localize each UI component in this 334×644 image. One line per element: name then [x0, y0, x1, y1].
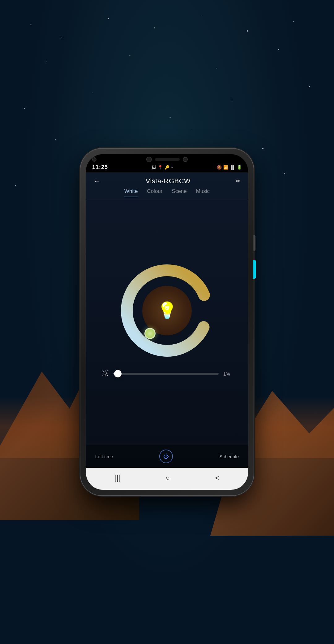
svg-point-7: [46, 62, 47, 62]
back-button[interactable]: ←: [94, 177, 101, 185]
location-icon: 📍: [158, 165, 163, 170]
tab-colour[interactable]: Colour: [147, 188, 162, 197]
bottom-bar: Left time ⏻ Schedule: [86, 445, 248, 468]
dot-icon: •: [171, 165, 173, 170]
svg-point-18: [191, 130, 192, 130]
wheel-area: 💡: [86, 200, 248, 445]
tab-scene-label: Scene: [172, 188, 186, 194]
brightness-slider-thumb[interactable]: [114, 370, 122, 377]
svg-point-4: [201, 15, 201, 16]
color-ring-container[interactable]: 💡: [118, 261, 216, 360]
svg-line-31: [107, 375, 108, 375]
svg-line-32: [107, 371, 108, 371]
svg-point-3: [154, 28, 155, 28]
app-content: ← Vista-RGBCW ✏ White Colour: [86, 172, 248, 490]
wifi-icon: 📶: [223, 165, 228, 170]
left-time-button[interactable]: Left time: [95, 454, 113, 459]
svg-point-12: [92, 93, 93, 93]
edit-button[interactable]: ✏: [236, 178, 240, 185]
svg-point-2: [108, 18, 109, 19]
svg-point-13: [170, 117, 171, 118]
svg-point-5: [247, 30, 248, 32]
tab-white[interactable]: White: [124, 188, 138, 197]
nav-back-icon: <: [215, 474, 219, 482]
tab-music-label: Music: [196, 188, 210, 194]
tab-music[interactable]: Music: [196, 188, 210, 197]
status-time: 11:25: [92, 164, 108, 171]
power-button[interactable]: ⏻: [159, 450, 173, 463]
schedule-label: Schedule: [219, 454, 239, 459]
status-left-icons: 🖼 📍 🔑 •: [152, 165, 173, 170]
svg-point-9: [216, 68, 217, 68]
nav-recent-button[interactable]: |||: [109, 472, 126, 484]
tab-scene[interactable]: Scene: [172, 188, 186, 197]
front-camera-left: [92, 157, 96, 162]
nav-recent-icon: |||: [115, 474, 120, 482]
brightness-row: 1%: [92, 369, 242, 378]
svg-point-6: [293, 21, 294, 22]
side-button: [253, 235, 255, 251]
nav-bar: ||| ○ <: [86, 468, 248, 490]
tab-colour-label: Colour: [147, 188, 162, 194]
power-icon: ⏻: [163, 453, 169, 460]
sun-icon: [101, 369, 109, 377]
ring-handle[interactable]: [144, 328, 156, 339]
notch-bar: [86, 154, 248, 163]
svg-point-24: [284, 173, 285, 174]
brightness-icon: [101, 369, 109, 378]
svg-point-11: [24, 108, 25, 109]
bulb-icon: 💡: [157, 301, 177, 320]
battery-icon: 🔋: [237, 165, 242, 170]
front-camera-main: [146, 157, 152, 162]
signal-icon: ▐▌: [230, 165, 235, 170]
nav-home-button[interactable]: ○: [159, 472, 176, 484]
svg-point-0: [31, 24, 32, 25]
nav-home-icon: ○: [165, 474, 169, 482]
brightness-slider-track[interactable]: [113, 373, 219, 375]
phone-frame: 11:25 🖼 📍 🔑 • 🔕 📶 ▐▌ 🔋: [80, 149, 254, 495]
tabs-container: White Colour Scene Music: [86, 188, 248, 200]
svg-point-14: [232, 99, 232, 99]
phone-device: 11:25 🖼 📍 🔑 • 🔕 📶 ▐▌ 🔋: [80, 149, 254, 495]
svg-point-16: [55, 139, 56, 140]
svg-point-20: [15, 185, 16, 186]
image-icon: 🖼: [152, 165, 156, 170]
app-title: Vista-RGBCW: [146, 177, 191, 185]
svg-line-30: [103, 371, 103, 371]
front-camera-right: [183, 157, 188, 162]
teal-side-accent: [253, 260, 256, 279]
phone-screen: 11:25 🖼 📍 🔑 • 🔕 📶 ▐▌ 🔋: [86, 154, 248, 490]
edit-icon: ✏: [236, 178, 240, 184]
svg-point-10: [278, 49, 279, 50]
svg-point-19: [262, 148, 263, 149]
key-icon: 🔑: [165, 165, 169, 170]
status-right-icons: 🔕 📶 ▐▌ 🔋: [217, 165, 242, 170]
status-bar: 11:25 🖼 📍 🔑 • 🔕 📶 ▐▌ 🔋: [86, 163, 248, 172]
app-header: ← Vista-RGBCW ✏: [86, 172, 248, 188]
svg-point-15: [309, 86, 310, 87]
svg-point-25: [104, 372, 106, 374]
speaker-grille: [155, 158, 180, 161]
svg-point-1: [62, 37, 62, 37]
brightness-value: 1%: [223, 371, 233, 376]
left-time-label: Left time: [95, 454, 113, 459]
schedule-button[interactable]: Schedule: [219, 454, 239, 459]
back-icon: ←: [94, 177, 101, 185]
tab-white-label: White: [124, 188, 138, 194]
nav-back-button[interactable]: <: [209, 472, 225, 484]
svg-point-8: [130, 55, 131, 56]
mute-icon: 🔕: [217, 165, 222, 170]
svg-line-33: [103, 375, 103, 375]
